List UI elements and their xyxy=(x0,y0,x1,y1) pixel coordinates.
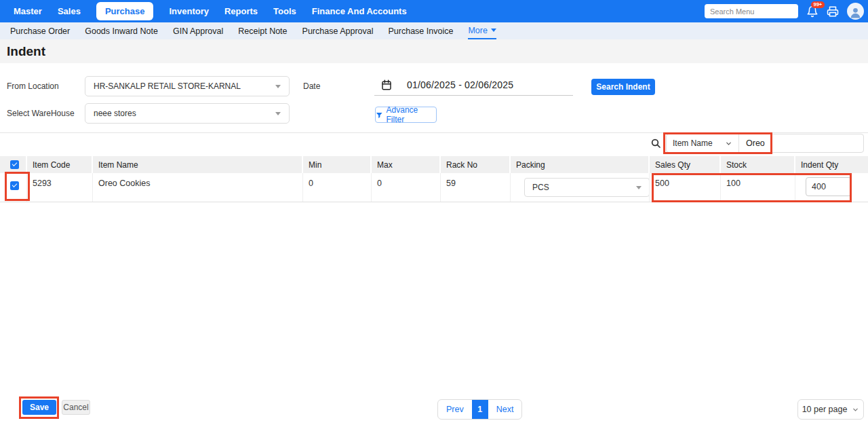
purchase-subnav: Purchase Order Goods Inward Note GIN App… xyxy=(0,22,868,39)
advance-filter-label: Advance Filter xyxy=(387,105,436,124)
subnav-gin-approval[interactable]: GIN Approval xyxy=(173,22,223,39)
warehouse-label: Select WareHouse xyxy=(7,109,75,118)
col-indent-qty: Indent Qty xyxy=(795,156,868,173)
calendar-icon xyxy=(381,79,392,90)
table-header: Item Code Item Name Min Max Rack No Pack… xyxy=(0,156,868,173)
chevron-down-icon xyxy=(491,29,496,32)
app-window: Master Sales Purchase Inventory Reports … xyxy=(0,0,868,425)
chevron-down-icon xyxy=(852,406,859,413)
subnav-purchase-order[interactable]: Purchase Order xyxy=(10,22,70,39)
col-stock: Stock xyxy=(721,156,795,173)
pagination-prev[interactable]: Prev xyxy=(438,400,472,419)
nav-item-purchase[interactable]: Purchase xyxy=(96,2,154,20)
search-menu-input[interactable] xyxy=(705,4,798,18)
notification-badge: 99+ xyxy=(811,1,825,9)
header-checkbox-cell xyxy=(0,156,27,173)
table-row: 5293 Oreo Cookies 0 0 59 PCS 500 100 xyxy=(0,173,868,202)
nav-item-reports[interactable]: Reports xyxy=(224,6,258,16)
col-max: Max xyxy=(372,156,441,173)
nav-item-master[interactable]: Master xyxy=(14,6,42,16)
table-search-group: Item Name xyxy=(666,134,864,153)
search-field-select[interactable]: Item Name xyxy=(667,134,739,152)
section-divider xyxy=(0,132,868,133)
per-page-value: 10 per page xyxy=(802,405,848,414)
cell-max: 0 xyxy=(372,173,441,202)
search-indent-button[interactable]: Search Indent xyxy=(591,79,655,95)
select-all-checkbox[interactable] xyxy=(10,160,19,169)
date-range-value: 01/06/2025 - 02/06/2025 xyxy=(407,79,513,90)
subnav-more[interactable]: More xyxy=(468,22,496,39)
cell-sales-qty: 500 xyxy=(650,173,721,202)
cancel-button[interactable]: Cancel xyxy=(62,400,90,415)
packing-select[interactable]: PCS xyxy=(524,178,650,197)
warehouse-value: neee stores xyxy=(94,109,136,118)
chevron-down-icon xyxy=(275,85,281,88)
packing-value: PCS xyxy=(532,183,549,192)
nav-item-inventory[interactable]: Inventory xyxy=(169,6,209,16)
chevron-down-icon xyxy=(725,140,732,147)
cell-item-name: Oreo Cookies xyxy=(93,173,303,202)
search-query-input[interactable] xyxy=(739,134,863,152)
filter-funnel-icon xyxy=(376,111,383,119)
search-icon xyxy=(650,138,661,149)
date-label: Date xyxy=(303,81,320,91)
title-bar: Indent xyxy=(0,39,868,63)
cell-rack-no: 59 xyxy=(441,173,511,202)
top-navbar: Master Sales Purchase Inventory Reports … xyxy=(0,0,868,22)
advance-filter-button[interactable]: Advance Filter xyxy=(375,107,437,123)
nav-item-sales[interactable]: Sales xyxy=(58,6,81,16)
main-menu: Master Sales Purchase Inventory Reports … xyxy=(0,2,407,20)
chevron-down-icon xyxy=(275,112,281,115)
col-packing: Packing xyxy=(511,156,650,173)
subnav-purchase-approval[interactable]: Purchase Approval xyxy=(302,22,374,39)
topbar-actions: 99+ xyxy=(705,0,864,22)
pagination: Prev 1 Next xyxy=(437,399,522,420)
nav-item-tools[interactable]: Tools xyxy=(273,6,296,16)
per-page-select[interactable]: 10 per page xyxy=(797,399,864,420)
row-checkbox-cell xyxy=(0,173,27,202)
cell-min: 0 xyxy=(303,173,372,202)
page-title: Indent xyxy=(7,44,45,59)
person-icon xyxy=(849,6,862,19)
warehouse-select[interactable]: neee stores xyxy=(85,103,290,124)
from-location-select[interactable]: HR-SANKALP RETAIL STORE-KARNAL xyxy=(85,76,290,96)
col-min: Min xyxy=(303,156,372,173)
notification-bell-icon[interactable]: 99+ xyxy=(806,5,818,18)
from-location-label: From Location xyxy=(7,81,59,91)
col-item-name: Item Name xyxy=(93,156,303,173)
subnav-purchase-invoice[interactable]: Purchase Invoice xyxy=(388,22,453,39)
date-range-picker[interactable]: 01/06/2025 - 02/06/2025 xyxy=(374,74,573,96)
pagination-next[interactable]: Next xyxy=(488,400,522,419)
printer-icon[interactable] xyxy=(827,5,839,18)
row-checkbox[interactable] xyxy=(10,181,19,190)
from-location-value: HR-SANKALP RETAIL STORE-KARNAL xyxy=(94,81,241,91)
chevron-down-icon xyxy=(636,186,642,189)
nav-item-finance[interactable]: Finance And Accounts xyxy=(312,6,407,16)
cell-item-code: 5293 xyxy=(27,173,93,202)
subnav-goods-inward-note[interactable]: Goods Inward Note xyxy=(85,22,158,39)
indent-qty-input[interactable] xyxy=(806,177,852,196)
cell-packing: PCS xyxy=(511,173,650,202)
cell-stock: 100 xyxy=(721,173,795,202)
col-item-code: Item Code xyxy=(27,156,93,173)
pagination-page-1[interactable]: 1 xyxy=(472,400,488,419)
col-sales-qty: Sales Qty xyxy=(650,156,721,173)
subnav-receipt-note[interactable]: Receipt Note xyxy=(238,22,287,39)
save-button[interactable]: Save xyxy=(22,400,56,415)
col-rack-no: Rack No xyxy=(441,156,511,173)
search-field-value: Item Name xyxy=(673,138,713,148)
user-avatar[interactable] xyxy=(847,3,864,20)
subnav-more-label: More xyxy=(468,26,487,35)
cell-indent-qty xyxy=(795,173,868,202)
